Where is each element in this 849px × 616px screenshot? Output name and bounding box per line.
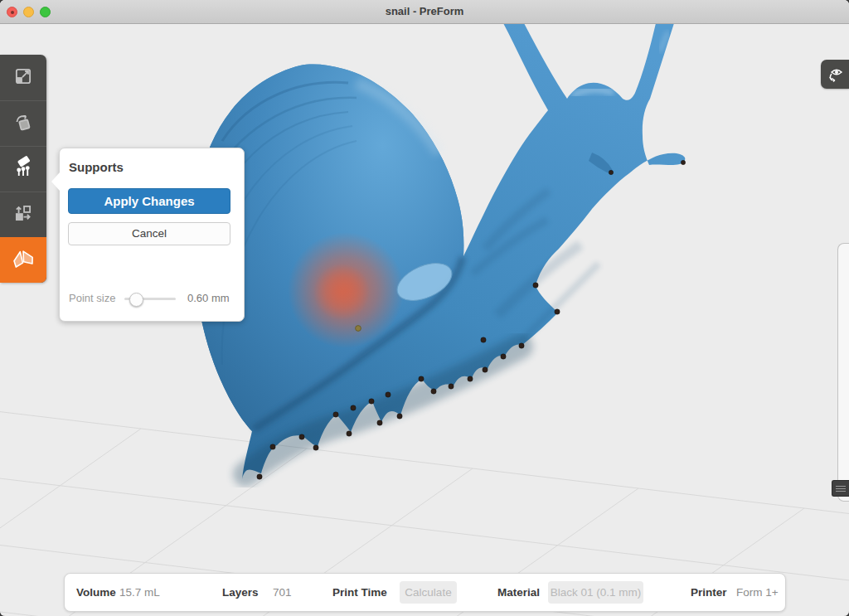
scale-tool-button[interactable]: [0, 55, 46, 100]
support-point[interactable]: [431, 389, 436, 394]
layout-icon: [12, 202, 34, 227]
layer-slider-track[interactable]: [837, 243, 849, 502]
butterfly-icon: [11, 246, 36, 274]
support-point[interactable]: [351, 405, 356, 410]
support-point[interactable]: [533, 283, 538, 288]
apply-changes-button[interactable]: Apply Changes: [68, 188, 230, 214]
panel-pointer-arrow: [51, 172, 60, 191]
layout-tool-button[interactable]: [0, 192, 46, 237]
support-point[interactable]: [257, 474, 262, 479]
support-point[interactable]: [681, 160, 685, 164]
scale-icon: [12, 65, 34, 90]
support-point[interactable]: [299, 434, 304, 439]
orbit-view-icon: [825, 63, 845, 86]
material-label: Material: [497, 574, 540, 611]
print-time-label: Print Time: [332, 574, 387, 611]
rotate-icon: [12, 111, 34, 136]
layers-value: 701: [273, 574, 292, 611]
support-point[interactable]: [449, 384, 454, 389]
support-point[interactable]: [347, 431, 352, 436]
layers-label: Layers: [222, 574, 259, 611]
point-size-value: 0.60 mm: [187, 292, 230, 304]
printer-label: Printer: [691, 574, 727, 611]
cancel-button[interactable]: Cancel: [68, 222, 230, 245]
volume-label: Volume: [76, 574, 116, 611]
support-point[interactable]: [386, 392, 391, 397]
support-point[interactable]: [501, 354, 506, 359]
support-point[interactable]: [356, 326, 361, 332]
support-point[interactable]: [609, 170, 613, 174]
support-point[interactable]: [333, 412, 338, 417]
support-point[interactable]: [369, 399, 374, 404]
supports-tool-button[interactable]: [0, 146, 46, 192]
support-point[interactable]: [519, 343, 524, 348]
layer-slider-handle[interactable]: [832, 480, 849, 497]
support-point[interactable]: [483, 367, 488, 372]
titlebar[interactable]: snail - PreForm: [0, 0, 849, 24]
support-point[interactable]: [419, 376, 424, 381]
support-point[interactable]: [377, 420, 382, 425]
support-point[interactable]: [397, 414, 402, 419]
print-button-formlabs[interactable]: [0, 237, 46, 283]
volume-value: 15.7 mL: [119, 574, 160, 611]
orbit-view-button[interactable]: [821, 60, 849, 89]
window-title: snail - PreForm: [0, 0, 849, 23]
material-button[interactable]: Black 01 (0.1 mm): [548, 581, 643, 604]
supports-panel: Supports Apply Changes Cancel Point size…: [59, 148, 245, 322]
supports-icon: [12, 156, 35, 182]
printer-value: Form 1+: [736, 574, 779, 611]
tool-sidebar: [0, 55, 46, 283]
preform-window: Supports Apply Changes Cancel Point size…: [0, 0, 849, 616]
support-point[interactable]: [313, 445, 318, 450]
rotate-tool-button[interactable]: [0, 100, 46, 146]
support-point[interactable]: [270, 444, 275, 449]
support-point[interactable]: [481, 337, 486, 342]
support-point[interactable]: [468, 376, 473, 381]
unsupported-area-core: [313, 264, 370, 320]
supports-panel-title: Supports: [69, 160, 124, 174]
print-status-bar: Volume 15.7 mL Layers 701 Print Time Cal…: [64, 573, 786, 612]
point-size-slider-thumb[interactable]: [129, 293, 143, 307]
support-point[interactable]: [555, 309, 560, 314]
point-size-label: Point size: [69, 292, 115, 304]
calculate-button[interactable]: Calculate: [400, 581, 457, 604]
